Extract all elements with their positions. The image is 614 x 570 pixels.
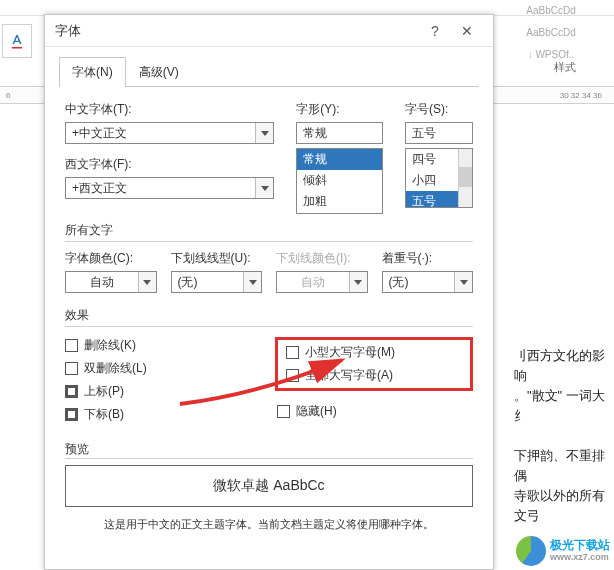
font-color-select[interactable]: 自动: [65, 271, 157, 293]
tab-strip: 字体(N) 高级(V): [45, 47, 493, 87]
preview-text: 微软卓越 AaBbCc: [213, 477, 324, 495]
alltext-label: 所有文字: [65, 222, 473, 239]
checkbox-all-caps[interactable]: 全部大写字母(A): [286, 367, 462, 384]
west-font-label: 西文字体(F):: [65, 156, 274, 173]
titlebar: 字体 ? ✕: [45, 15, 493, 47]
checkbox-strike[interactable]: 删除线(K): [65, 337, 269, 354]
watermark-logo: 极光下载站www.xz7.com: [516, 536, 610, 566]
font-color-label: 字体颜色(C):: [65, 250, 157, 267]
preview-box: 微软卓越 AaBbCc: [65, 465, 473, 507]
cn-font-select[interactable]: +中文正文: [65, 122, 274, 144]
effects-label: 效果: [65, 307, 473, 324]
underline-label: 下划线线型(U):: [171, 250, 263, 267]
list-item[interactable]: 倾斜: [297, 170, 382, 191]
chevron-down-icon: [255, 178, 273, 198]
preview-hint: 这是用于中文的正文主题字体。当前文档主题定义将使用哪种字体。: [65, 517, 473, 532]
checkbox-hidden[interactable]: 隐藏(H): [277, 403, 337, 420]
close-button[interactable]: ✕: [451, 21, 483, 41]
underline-color-label: 下划线颜色(I):: [276, 250, 368, 267]
ribbon-font-color-button[interactable]: [2, 24, 32, 58]
document-text-peek: 刂西方文化的影响 。"散文" 一词大纟 下押韵、不重排偶 寺歌以外的所有文弓: [514, 346, 614, 526]
west-font-select[interactable]: +西文正文: [65, 177, 274, 199]
divider: [65, 458, 473, 459]
divider: [65, 241, 473, 242]
list-item[interactable]: 常规: [297, 149, 382, 170]
checkbox-superscript[interactable]: 上标(P): [65, 383, 269, 400]
preview-label: 预览: [65, 441, 473, 458]
scrollbar-thumb[interactable]: [458, 167, 472, 187]
chevron-down-icon: [349, 272, 367, 292]
style-preview-3: ↓ WPSOf..: [492, 44, 610, 64]
style-input[interactable]: 常规: [296, 122, 383, 144]
help-button[interactable]: ?: [419, 21, 451, 41]
tab-advanced[interactable]: 高级(V): [126, 57, 192, 87]
size-label: 字号(S):: [405, 101, 473, 118]
emphasis-label: 着重号(·):: [382, 250, 474, 267]
underline-color-select: 自动: [276, 271, 368, 293]
style-listbox[interactable]: 常规 倾斜 加粗: [296, 148, 383, 214]
checkbox-small-caps[interactable]: 小型大写字母(M): [286, 344, 462, 361]
annotation-highlight-box: 小型大写字母(M) 全部大写字母(A): [275, 337, 473, 391]
checkbox-double-strike[interactable]: 双删除线(L): [65, 360, 269, 377]
styles-gallery: AaBbCcDd AaBbCcDd ↓ WPSOf..: [492, 0, 610, 64]
dialog-title: 字体: [55, 22, 419, 40]
cn-font-label: 中文字体(T):: [65, 101, 274, 118]
size-listbox[interactable]: 四号 小四 五号: [405, 148, 473, 208]
list-item[interactable]: 加粗: [297, 191, 382, 212]
chevron-down-icon: [138, 272, 156, 292]
divider: [65, 326, 473, 327]
chevron-down-icon: [243, 272, 261, 292]
font-dialog: 字体 ? ✕ 字体(N) 高级(V) 中文字体(T): +中文正文 西文字体(F…: [44, 14, 494, 570]
emphasis-select[interactable]: (无): [382, 271, 474, 293]
tab-font[interactable]: 字体(N): [59, 57, 126, 87]
chevron-down-icon: [255, 123, 273, 143]
checkbox-subscript[interactable]: 下标(B): [65, 406, 269, 423]
chevron-down-icon: [454, 272, 472, 292]
style-label: 字形(Y):: [296, 101, 383, 118]
style-preview-1: AaBbCcDd: [492, 0, 610, 20]
styles-group-label: 样式: [554, 60, 576, 75]
size-input[interactable]: 五号: [405, 122, 473, 144]
underline-select[interactable]: (无): [171, 271, 263, 293]
style-preview-2: AaBbCcDd: [492, 22, 610, 42]
